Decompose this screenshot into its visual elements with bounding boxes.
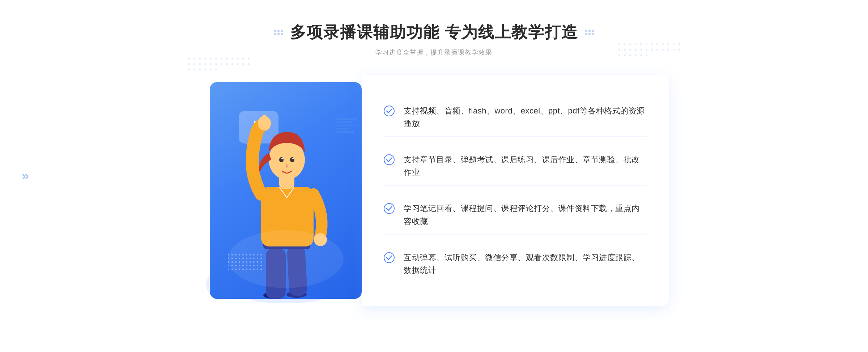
svg-rect-8 <box>262 115 267 125</box>
page-subtitle: 学习进度全掌握，提升录播课教学效果 <box>274 48 594 57</box>
chevron-right-icon: » <box>22 168 29 184</box>
svg-point-13 <box>290 157 294 162</box>
dot-pattern-top-right <box>618 43 680 56</box>
check-icon-2 <box>383 154 395 166</box>
feature-item-1: 支持视频、音频、flash、word、excel、ppt、pdf等各种格式的资源… <box>383 98 647 137</box>
page-title: 多项录播课辅助功能 专为线上教学打造 <box>290 22 578 43</box>
main-content: 支持视频、音频、flash、word、excel、ppt、pdf等各种格式的资源… <box>199 75 669 306</box>
features-card: 支持视频、音频、flash、word、excel、ppt、pdf等各种格式的资源… <box>362 75 669 306</box>
page-container: » 多项录播课辅助功能 专为线上教学打造 学习进度全掌握，提升录播课教学效果 <box>0 0 868 352</box>
header-section: 多项录播课辅助功能 专为线上教学打造 学习进度全掌握，提升录播课教学效果 <box>274 22 594 57</box>
feature-text-1: 支持视频、音频、flash、word、excel、ppt、pdf等各种格式的资源… <box>404 104 647 130</box>
svg-point-17 <box>384 106 394 116</box>
feature-text-2: 支持章节目录、弹题考试、课后练习、课后作业、章节测验、批改作业 <box>404 153 647 179</box>
svg-point-20 <box>384 253 394 263</box>
svg-point-19 <box>384 203 394 214</box>
check-icon-1 <box>383 105 395 117</box>
check-icon-3 <box>383 203 395 214</box>
svg-point-12 <box>279 157 284 162</box>
feature-item-3: 学习笔记回看、课程提问、课程评论打分、课件资料下载，重点内容收藏 <box>383 196 647 234</box>
svg-point-14 <box>281 158 283 159</box>
svg-point-18 <box>384 155 394 165</box>
title-left-decorator <box>274 30 283 35</box>
feature-item-4: 互动弹幕、试听购买、微信分享、观看次数限制、学习进度跟踪、数据统计 <box>383 245 647 283</box>
svg-point-15 <box>292 158 294 159</box>
check-icon-4 <box>383 252 395 263</box>
title-right-decorator <box>585 30 594 35</box>
illustration-area <box>199 75 373 306</box>
feature-item-2: 支持章节目录、弹题考试、课后练习、课后作业、章节测验、批改作业 <box>383 147 647 185</box>
svg-point-0 <box>250 295 322 303</box>
dot-pattern-top-left <box>188 58 250 70</box>
chevron-icons: » <box>22 168 29 184</box>
svg-point-16 <box>228 230 344 288</box>
title-row: 多项录播课辅助功能 专为线上教学打造 <box>274 22 594 43</box>
feature-text-3: 学习笔记回看、课程提问、课程评论打分、课件资料下载，重点内容收藏 <box>404 202 647 227</box>
human-figure <box>221 96 351 306</box>
left-side-decoration: » <box>22 168 29 184</box>
feature-text-4: 互动弹幕、试听购买、微信分享、观看次数限制、学习进度跟踪、数据统计 <box>404 251 647 276</box>
